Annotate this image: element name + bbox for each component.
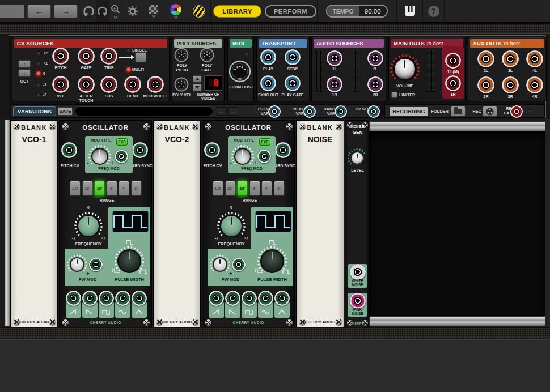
mod-wheel-jack[interactable] (147, 76, 164, 93)
poly-pitch-jack[interactable] (174, 48, 189, 62)
help-button[interactable]: ? (428, 6, 439, 17)
pw-mod-knob[interactable] (213, 257, 227, 272)
freq-mod-knob[interactable] (234, 148, 251, 165)
exp-mode-button[interactable]: EXP (259, 138, 270, 146)
aux-3r-jack[interactable] (502, 76, 519, 93)
pink-noise-jack[interactable] (350, 293, 366, 309)
redo-icon[interactable] (97, 5, 108, 17)
range-8-button[interactable]: 8' (107, 181, 117, 196)
hard-sync-jack[interactable] (132, 142, 148, 158)
blank-module-noise[interactable]: BLANK NOISE CHERRY AUDIO (296, 120, 344, 327)
audio-2r-jack[interactable] (367, 76, 383, 92)
blank-module-vco1[interactable]: BLANK VCO-1 CHERRY AUDIO (10, 120, 58, 327)
vel-jack[interactable] (52, 76, 69, 93)
variation-name-input[interactable] (75, 106, 213, 116)
range-4-button[interactable]: 4' (261, 181, 272, 196)
midi-din-connector[interactable] (229, 60, 251, 83)
saw-up-jack[interactable] (209, 291, 224, 306)
forward-button[interactable]: → (54, 5, 78, 18)
range-lo-button[interactable]: LO (70, 181, 81, 196)
freq-mod-knob[interactable] (91, 148, 108, 165)
frequency-knob[interactable] (220, 215, 243, 237)
triangle-jack[interactable] (132, 291, 147, 306)
saw-down-jack[interactable] (225, 291, 240, 306)
range-lo-button[interactable]: LO (213, 181, 223, 196)
range-16-button[interactable]: 16' (237, 181, 248, 196)
zoom-magnifier-icon[interactable] (110, 4, 121, 15)
gear-icon[interactable] (126, 5, 139, 18)
saw-up-jack[interactable] (66, 291, 81, 306)
back-button[interactable]: ← (27, 5, 51, 18)
variation-prev-button[interactable]: ← (217, 107, 227, 116)
triangle-jack[interactable] (274, 291, 290, 306)
play-gate-jack[interactable] (285, 75, 301, 91)
cv-sel-jack[interactable] (367, 105, 380, 118)
noise-gen-module[interactable]: NOISE GEN LEVEL WHITE NOISE PINK NOISE C… (345, 120, 369, 327)
color-wheel-icon[interactable] (170, 4, 181, 15)
pitch-cv-jack[interactable] (204, 142, 220, 158)
sine-jack[interactable] (115, 291, 130, 306)
gate-jack[interactable] (78, 48, 95, 65)
range-4-button[interactable]: 4' (119, 181, 129, 196)
piano-keyboard-icon[interactable] (403, 5, 417, 18)
volume-knob[interactable] (393, 57, 417, 81)
main-1r-jack[interactable] (445, 75, 461, 91)
record-button[interactable] (483, 106, 497, 117)
frequency-knob[interactable] (77, 215, 100, 237)
aux-4l-jack[interactable] (526, 50, 543, 67)
variation-next-button[interactable]: → (228, 107, 238, 116)
audio-1l-jack[interactable] (327, 50, 342, 66)
audio-1r-jack[interactable] (327, 76, 342, 92)
limiter-checkbox[interactable] (391, 92, 397, 98)
aux-2l-jack[interactable] (477, 50, 494, 67)
voices-down-button[interactable] (193, 84, 202, 91)
rec-gate-jack[interactable] (510, 105, 523, 118)
folder-button[interactable] (451, 106, 466, 117)
pulse-jack[interactable] (99, 291, 114, 306)
stop-jack[interactable] (285, 49, 301, 65)
rack-empty-space[interactable] (369, 131, 545, 316)
voices-up-button[interactable] (193, 75, 202, 83)
oscillator-module-2[interactable]: OSCILLATOR PITCH CV HARD SYNC MOD TYPE E… (202, 120, 295, 327)
trig-mode-button[interactable] (135, 52, 146, 62)
audio-2l-jack[interactable] (367, 50, 383, 66)
pulse-width-knob[interactable] (117, 249, 141, 273)
level-knob[interactable] (350, 151, 364, 165)
sync-out-jack[interactable] (260, 75, 276, 91)
aux-3l-jack[interactable] (502, 50, 519, 67)
range-32-button[interactable]: 32' (82, 181, 93, 196)
aftertouch-jack[interactable] (78, 76, 95, 93)
play-jack[interactable] (260, 49, 276, 65)
tempo-control[interactable]: TEMPO 90.00 (326, 5, 387, 18)
aux-4r-jack[interactable] (526, 76, 543, 93)
perform-button[interactable]: PERFORM (265, 5, 316, 18)
sine-jack[interactable] (258, 291, 273, 306)
blank-module-vco2[interactable]: BLANK VCO-2 CHERRY AUDIO (153, 120, 201, 327)
library-button[interactable]: LIBRARY (213, 5, 261, 18)
cherry-audio-logo-icon[interactable] (193, 5, 205, 18)
pitch-cv-jack[interactable] (61, 142, 77, 158)
next-var-jack[interactable] (303, 105, 316, 118)
saw-down-jack[interactable] (82, 291, 98, 306)
range-32-button[interactable]: 32' (225, 181, 236, 196)
octave-up-button[interactable]: ↑ (18, 60, 31, 68)
sus-jack[interactable] (100, 76, 117, 93)
oscillator-module-1[interactable]: OSCILLATOR PITCH CV HARD SYNC MOD TYPE E… (59, 120, 152, 327)
poly-vel-jack[interactable] (174, 77, 189, 92)
pitch-jack[interactable] (52, 48, 69, 65)
octave-down-button[interactable]: ↓ (18, 69, 31, 77)
bend-jack[interactable] (124, 76, 141, 93)
range-2-button[interactable]: 2' (131, 181, 142, 196)
poly-gate-jack[interactable] (200, 48, 214, 62)
save-variation-button[interactable]: SAVE (58, 107, 73, 116)
freq-mod-jack[interactable] (257, 150, 271, 163)
pulse-jack[interactable] (242, 291, 257, 306)
pw-mod-knob[interactable] (70, 257, 84, 272)
prev-var-jack[interactable] (268, 105, 281, 118)
pw-mod-jack[interactable] (232, 258, 246, 271)
aux-2r-jack[interactable] (477, 76, 494, 93)
white-noise-jack[interactable] (350, 264, 366, 280)
main-1l-jack[interactable] (445, 53, 461, 69)
cable-pattern-icon[interactable] (149, 5, 158, 14)
freq-mod-jack[interactable] (115, 150, 128, 163)
